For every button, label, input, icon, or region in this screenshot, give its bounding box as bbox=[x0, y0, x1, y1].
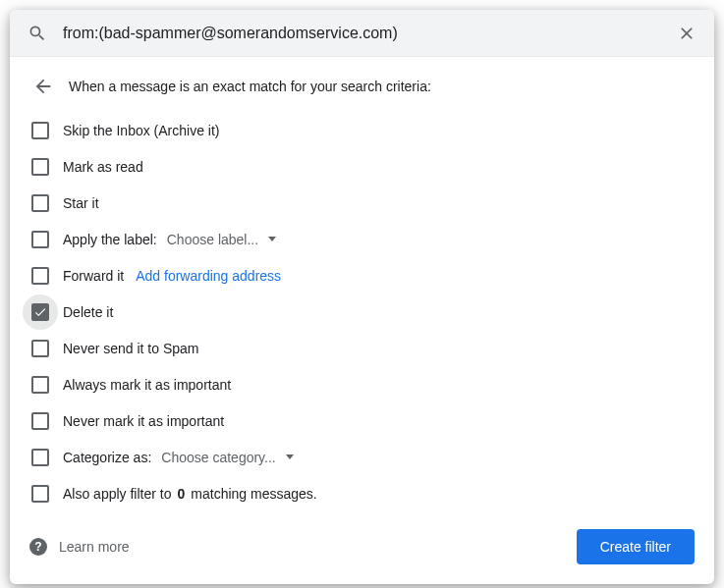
option-always-important: Always mark it as important bbox=[29, 366, 695, 402]
option-apply-label: Apply the label: Choose label... bbox=[29, 221, 695, 257]
learn-more-section: ? Learn more bbox=[29, 538, 130, 556]
text-choose-category: Choose category... bbox=[161, 450, 275, 465]
label-mark-read: Mark as read bbox=[63, 159, 143, 175]
create-filter-button[interactable]: Create filter bbox=[577, 529, 695, 564]
label-apply-label: Apply the label: Choose label... bbox=[63, 232, 276, 247]
label-always-important: Always mark it as important bbox=[63, 377, 231, 393]
option-categorize: Categorize as: Choose category... bbox=[29, 439, 695, 475]
checkbox-mark-read[interactable] bbox=[31, 158, 49, 176]
checkbox-skip-inbox[interactable] bbox=[31, 122, 49, 139]
footer: ? Learn more Create filter bbox=[29, 529, 695, 564]
dialog-body: When a message is an exact match for you… bbox=[10, 57, 714, 584]
search-icon bbox=[26, 22, 49, 45]
learn-more-link[interactable]: Learn more bbox=[59, 539, 130, 555]
checkbox-delete[interactable] bbox=[31, 303, 49, 321]
checkbox-also-apply[interactable] bbox=[31, 485, 49, 503]
label-never-important: Never mark it as important bbox=[63, 413, 224, 429]
checkbox-always-important[interactable] bbox=[31, 376, 49, 394]
close-icon[interactable] bbox=[675, 22, 698, 45]
label-never-spam: Never send it to Spam bbox=[63, 341, 199, 356]
option-forward: Forward it Add forwarding address bbox=[29, 257, 695, 294]
option-skip-inbox: Skip the Inbox (Archive it) bbox=[29, 112, 695, 148]
option-never-important: Never mark it as important bbox=[29, 402, 695, 439]
label-categorize: Categorize as: Choose category... bbox=[63, 450, 294, 465]
checkbox-never-spam[interactable] bbox=[31, 340, 49, 357]
search-query[interactable]: from:(bad-spammer@somerandomservice.com) bbox=[63, 25, 661, 42]
option-mark-read: Mark as read bbox=[29, 148, 695, 185]
option-never-spam: Never send it to Spam bbox=[29, 330, 695, 366]
dropdown-choose-category[interactable]: Choose category... bbox=[157, 450, 293, 465]
text-apply-label: Apply the label: bbox=[63, 232, 157, 247]
label-delete: Delete it bbox=[63, 304, 113, 320]
checkbox-apply-label[interactable] bbox=[31, 231, 49, 248]
checkbox-categorize[interactable] bbox=[31, 449, 49, 466]
help-icon[interactable]: ? bbox=[29, 538, 47, 556]
checkbox-forward[interactable] bbox=[31, 267, 49, 285]
dropdown-choose-label[interactable]: Choose label... bbox=[163, 232, 276, 247]
filter-dialog: from:(bad-spammer@somerandomservice.com)… bbox=[10, 10, 714, 584]
checkbox-star[interactable] bbox=[31, 194, 49, 212]
label-skip-inbox: Skip the Inbox (Archive it) bbox=[63, 123, 220, 138]
label-star: Star it bbox=[63, 195, 99, 211]
search-bar: from:(bad-spammer@somerandomservice.com) bbox=[10, 10, 714, 57]
chevron-down-icon bbox=[268, 237, 276, 241]
text-choose-label: Choose label... bbox=[167, 232, 258, 247]
link-add-forwarding[interactable]: Add forwarding address bbox=[130, 268, 281, 284]
text-also-apply-pre: Also apply filter to bbox=[63, 486, 172, 502]
option-also-apply: Also apply filter to 0 matching messages… bbox=[29, 475, 695, 511]
header-row: When a message is an exact match for you… bbox=[29, 75, 695, 98]
option-star: Star it bbox=[29, 185, 695, 221]
header-instruction: When a message is an exact match for you… bbox=[69, 79, 431, 94]
text-also-apply-post: matching messages. bbox=[191, 486, 316, 502]
option-delete: Delete it bbox=[29, 294, 695, 330]
chevron-down-icon bbox=[286, 454, 294, 459]
checkbox-never-important[interactable] bbox=[31, 412, 49, 430]
back-arrow-icon[interactable] bbox=[31, 75, 55, 98]
options-list: Skip the Inbox (Archive it) Mark as read… bbox=[29, 112, 695, 511]
text-forward: Forward it bbox=[63, 268, 124, 284]
text-categorize: Categorize as: bbox=[63, 450, 151, 465]
label-forward: Forward it Add forwarding address bbox=[63, 268, 281, 284]
label-also-apply: Also apply filter to 0 matching messages… bbox=[63, 486, 317, 502]
text-also-apply-count: 0 bbox=[178, 486, 186, 502]
